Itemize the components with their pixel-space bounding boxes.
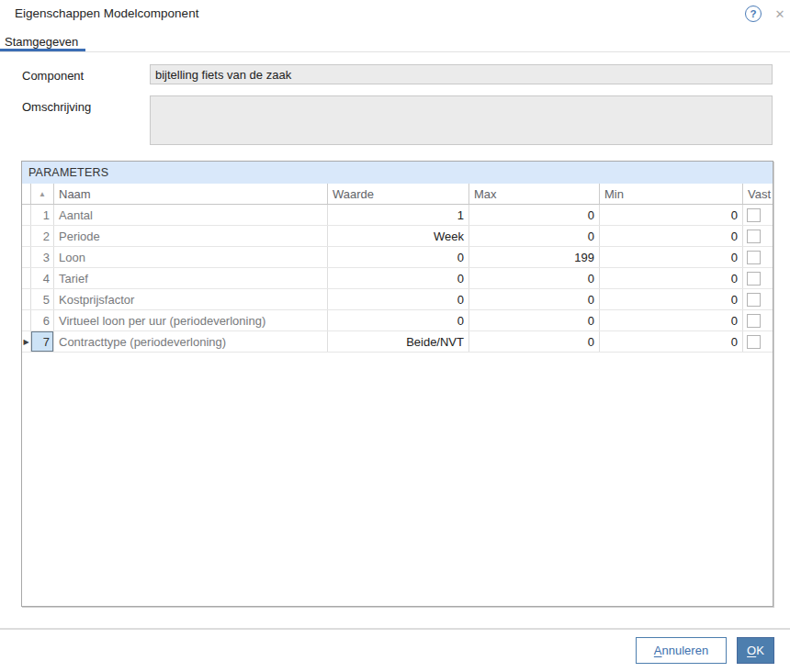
row-pointer-icon: ▶ bbox=[22, 331, 31, 352]
row-number-cell[interactable]: 7 bbox=[31, 331, 54, 352]
properties-dialog: Eigenschappen Modelcomponent ? ✕ Stamgeg… bbox=[0, 0, 790, 672]
cell-vast bbox=[743, 310, 773, 330]
cell-max[interactable]: 0 bbox=[469, 289, 600, 309]
row-pointer-cell bbox=[22, 310, 31, 330]
cell-max[interactable]: 199 bbox=[469, 247, 600, 267]
row-number-cell[interactable]: 3 bbox=[31, 247, 54, 267]
vast-checkbox[interactable] bbox=[747, 272, 761, 286]
row-number-cell[interactable]: 1 bbox=[31, 205, 54, 225]
vast-checkbox[interactable] bbox=[747, 230, 761, 243]
vast-checkbox[interactable] bbox=[747, 335, 761, 349]
cell-max[interactable]: 0 bbox=[469, 205, 600, 225]
cell-waarde[interactable]: Week bbox=[328, 226, 469, 246]
vast-checkbox[interactable] bbox=[747, 314, 761, 328]
parameters-panel-title: PARAMETERS bbox=[22, 162, 773, 184]
cell-min[interactable]: 0 bbox=[600, 310, 743, 330]
row-number-cell[interactable]: 5 bbox=[31, 289, 54, 309]
table-row[interactable]: 1Aantal100 bbox=[22, 205, 773, 226]
cell-waarde[interactable]: Beide/NVT bbox=[328, 331, 469, 352]
table-row[interactable]: 6Virtueel loon per uur (periodeverloning… bbox=[22, 310, 773, 331]
cell-vast bbox=[743, 268, 773, 288]
cell-min[interactable]: 0 bbox=[600, 331, 743, 352]
component-field[interactable] bbox=[150, 64, 773, 84]
cell-vast bbox=[743, 226, 773, 246]
cell-waarde[interactable]: 0 bbox=[328, 268, 469, 288]
omschrijving-field[interactable] bbox=[150, 95, 773, 145]
footer-divider bbox=[0, 628, 790, 630]
help-icon[interactable]: ? bbox=[745, 6, 762, 22]
table-row[interactable]: 3Loon01990 bbox=[22, 247, 773, 268]
table-row[interactable]: 2PeriodeWeek00 bbox=[22, 226, 773, 247]
cell-naam[interactable]: Aantal bbox=[54, 205, 328, 225]
row-number-cell[interactable]: 4 bbox=[31, 268, 54, 288]
vast-checkbox[interactable] bbox=[747, 208, 761, 222]
cell-vast bbox=[743, 289, 773, 309]
cell-naam[interactable]: Tarief bbox=[54, 268, 328, 288]
ok-button[interactable]: OK bbox=[737, 637, 774, 664]
cell-naam[interactable]: Loon bbox=[54, 247, 328, 267]
col-header-naam[interactable]: Naam bbox=[54, 184, 328, 204]
dialog-title: Eigenschappen Modelcomponent bbox=[15, 6, 198, 20]
col-header-waarde[interactable]: Waarde bbox=[328, 184, 469, 204]
cell-min[interactable]: 0 bbox=[600, 268, 743, 288]
close-icon[interactable]: ✕ bbox=[773, 6, 787, 21]
cell-naam[interactable]: Virtueel loon per uur (periodeverloning) bbox=[54, 310, 328, 330]
cell-naam[interactable]: Periode bbox=[54, 226, 328, 246]
parameters-table-header: ▲ Naam Waarde Max Min Vast bbox=[22, 184, 773, 205]
cell-max[interactable]: 0 bbox=[469, 310, 600, 330]
cell-waarde[interactable]: 1 bbox=[328, 205, 469, 225]
cell-vast bbox=[743, 247, 773, 267]
cell-min[interactable]: 0 bbox=[600, 247, 743, 267]
sort-ascending-icon[interactable]: ▲ bbox=[31, 184, 54, 204]
col-header-max[interactable]: Max bbox=[469, 184, 600, 204]
row-number-cell[interactable]: 6 bbox=[31, 310, 54, 330]
row-pointer-cell bbox=[22, 205, 31, 225]
vast-checkbox[interactable] bbox=[747, 293, 761, 307]
col-header-vast[interactable]: Vast bbox=[743, 184, 773, 204]
tab-bar-divider bbox=[0, 51, 790, 52]
cancel-button[interactable]: Annuleren bbox=[636, 637, 727, 664]
cell-min[interactable]: 0 bbox=[600, 289, 743, 309]
cell-vast bbox=[743, 205, 773, 225]
row-pointer-cell bbox=[22, 268, 31, 288]
table-row[interactable]: 4Tarief000 bbox=[22, 268, 773, 289]
cell-min[interactable]: 0 bbox=[600, 226, 743, 246]
header-pointer-col bbox=[22, 184, 31, 204]
cell-naam[interactable]: Kostprijsfactor bbox=[54, 289, 328, 309]
cell-max[interactable]: 0 bbox=[469, 226, 600, 246]
row-pointer-cell bbox=[22, 226, 31, 246]
cell-waarde[interactable]: 0 bbox=[328, 310, 469, 330]
row-pointer-cell bbox=[22, 247, 31, 267]
cell-waarde[interactable]: 0 bbox=[328, 247, 469, 267]
cell-waarde[interactable]: 0 bbox=[328, 289, 469, 309]
cell-max[interactable]: 0 bbox=[469, 331, 600, 352]
row-pointer-cell bbox=[22, 289, 31, 309]
cell-min[interactable]: 0 bbox=[600, 205, 743, 225]
vast-checkbox[interactable] bbox=[747, 251, 761, 264]
table-row[interactable]: ▶7Contracttype (periodeverloning)Beide/N… bbox=[22, 331, 773, 353]
parameters-table-body: 1Aantal1002PeriodeWeek003Loon019904Tarie… bbox=[22, 205, 773, 353]
col-header-min[interactable]: Min bbox=[600, 184, 743, 204]
cell-max[interactable]: 0 bbox=[469, 268, 600, 288]
cell-naam[interactable]: Contracttype (periodeverloning) bbox=[54, 331, 328, 352]
cell-vast bbox=[743, 331, 773, 352]
parameters-panel: PARAMETERS ▲ Naam Waarde Max Min Vast 1A… bbox=[21, 161, 773, 607]
table-row[interactable]: 5Kostprijsfactor000 bbox=[22, 289, 773, 310]
component-label: Component bbox=[22, 69, 84, 83]
row-number-cell[interactable]: 2 bbox=[31, 226, 54, 246]
omschrijving-label: Omschrijving bbox=[22, 100, 91, 114]
